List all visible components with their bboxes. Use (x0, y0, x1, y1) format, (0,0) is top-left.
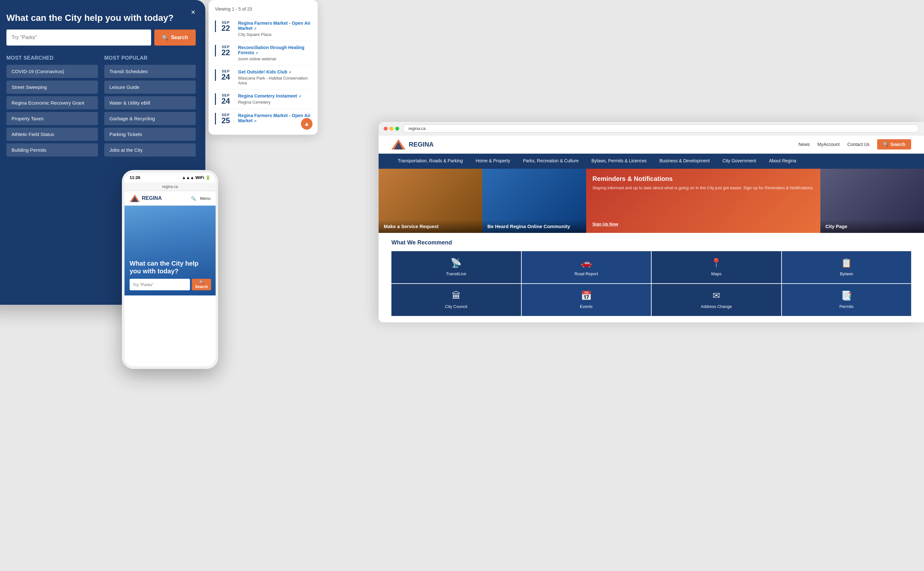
site-logo: REGINA (392, 139, 434, 150)
event-details: Get Outside! Kids Club ↗ Wascana Park - … (238, 69, 311, 85)
event-item: SEP 24 Get Outside! Kids Club ↗ Wascana … (215, 65, 311, 90)
most-searched-item[interactable]: Property Taxes (6, 112, 98, 125)
recommend-item[interactable]: 📡 TransitLive (392, 251, 521, 283)
most-popular-item[interactable]: Water & Utility eBill (104, 96, 196, 110)
phone-hero: What can the City help you with today? 🔍… (125, 205, 216, 295)
most-searched-item[interactable]: Building Permits (6, 144, 98, 157)
site-nav-item[interactable]: City Government (716, 154, 763, 169)
recommend-icon: 🏛 (452, 290, 461, 301)
site-nav-item[interactable]: Home & Property (469, 154, 517, 169)
site-nav: Transportation, Roads & ParkingHome & Pr… (379, 154, 924, 169)
event-details: Regina Farmers Market - Open Air Market … (238, 113, 311, 125)
phone-device: 11:26 ▲▲▲ WiFi 🔋 regina.ca REGINA 🔍 Menu… (122, 170, 218, 369)
site-logo-icon (392, 139, 406, 150)
recommend-label: Bylaws (840, 272, 853, 276)
event-location: Wascana Park - Habitat Conservation Area (238, 76, 311, 85)
event-day: 24 (219, 73, 233, 81)
phone-time: 11:26 (130, 175, 140, 180)
hero-carousel: Make a Service Request Be Heard Regina O… (379, 169, 924, 233)
browser-minimize-dot[interactable] (389, 127, 393, 131)
site-nav-item[interactable]: Transportation, Roads & Parking (392, 154, 469, 169)
hero-slide-city-page[interactable]: City Page (821, 169, 924, 233)
events-list: SEP 22 Regina Farmers Market - Open Air … (215, 17, 311, 128)
recommend-item[interactable]: 📅 Events (522, 284, 651, 316)
site-nav-item[interactable]: About Regina (763, 154, 803, 169)
phone-logo-icon (130, 194, 140, 202)
hero-slide-service-request[interactable]: Make a Service Request (379, 169, 482, 233)
header-news-link[interactable]: News (799, 142, 810, 147)
event-title[interactable]: Regina Farmers Market - Open Air Market … (238, 113, 311, 123)
most-searched-item[interactable]: Regina Economic Recovery Grant (6, 96, 98, 110)
event-location: Regina Cemetery (238, 100, 301, 105)
recommend-label: TransitLive (446, 272, 466, 276)
most-popular-item[interactable]: Parking Tickets (104, 128, 196, 141)
event-day: 24 (219, 97, 233, 105)
recommend-item[interactable]: 📍 Maps (652, 251, 781, 283)
most-popular-item[interactable]: Jobs at the City (104, 144, 196, 157)
site-search-button[interactable]: 🔍 Search (877, 139, 911, 150)
phone-search-icon[interactable]: 🔍 (191, 196, 196, 201)
event-title[interactable]: Regina Farmers Market - Open Air Market … (238, 20, 311, 31)
hero-slide-be-heard[interactable]: Be Heard Regina Online Community (482, 169, 586, 233)
phone-status-bar: 11:26 ▲▲▲ WiFi 🔋 (125, 173, 216, 182)
phone-hero-overlay: What can the City help you with today? 🔍… (125, 205, 216, 295)
recommend-item[interactable]: 📋 Bylaws (782, 251, 912, 283)
event-details: Reconciliation through Healing Forests ↗… (238, 45, 311, 61)
event-title[interactable]: Get Outside! Kids Club ↗ (238, 69, 311, 74)
events-scroll-up-button[interactable]: ▲ (301, 118, 313, 130)
hero-slide-3-label: City Page (821, 220, 924, 233)
phone-search-button[interactable]: 🔍 Search (192, 279, 211, 290)
most-searched-item[interactable]: Athletic Field Status (6, 128, 98, 141)
reminders-signup-link[interactable]: Sign Up Now (592, 222, 814, 227)
recommend-item[interactable]: ✉ Address Change (652, 284, 781, 316)
header-contact-link[interactable]: Contact Us (847, 142, 870, 147)
recommend-item[interactable]: 🚗 Road Report (522, 251, 651, 283)
phone-signals: ▲▲▲ WiFi 🔋 (182, 175, 210, 180)
phone-logo: REGINA (130, 194, 162, 202)
event-item: SEP 24 Regina Cemetery Instameet ↗ Regin… (215, 90, 311, 109)
event-title[interactable]: Regina Cemetery Instameet ↗ (238, 93, 301, 99)
recommend-icon: 📋 (841, 258, 852, 268)
phone-url-bar: regina.ca (125, 182, 216, 191)
recommend-label: Road Report (574, 272, 598, 276)
phone-menu-button[interactable]: Menu (200, 196, 210, 201)
event-title[interactable]: Reconciliation through Healing Forests ↗ (238, 45, 311, 55)
hero-slide-1-label: Make a Service Request (379, 220, 482, 233)
tablet-search-row: 🔍 Search (6, 29, 196, 46)
phone-hero-image: What can the City help you with today? 🔍… (125, 205, 216, 295)
browser-maximize-dot[interactable] (395, 127, 399, 131)
browser-close-dot[interactable] (384, 127, 387, 131)
search-icon: 🔍 (199, 280, 204, 284)
reminders-title: Reminders & Notifications (592, 175, 814, 182)
recommend-item[interactable]: 📑 Permits (782, 284, 912, 316)
phone-nav: REGINA 🔍 Menu (125, 191, 216, 205)
event-date: SEP 24 (215, 69, 233, 81)
most-popular-item[interactable]: Transit Schedules (104, 65, 196, 78)
browser-chrome: regina.ca (379, 122, 924, 135)
search-icon: 🔍 (883, 142, 889, 147)
event-date: SEP 25 (215, 113, 233, 125)
events-panel: Viewing 1 - 5 of 23 SEP 22 Regina Farmer… (208, 0, 318, 135)
header-myaccount-link[interactable]: MyAccount (818, 142, 840, 147)
phone-search-input[interactable] (130, 279, 190, 290)
site-nav-item[interactable]: Parks, Recreation & Culture (517, 154, 585, 169)
tablet-title: What can the City help you with today? (6, 13, 196, 23)
tablet-search-input[interactable] (6, 29, 151, 46)
event-day: 22 (219, 25, 233, 32)
most-popular-item[interactable]: Garbage & Recycling (104, 112, 196, 125)
most-popular-item[interactable]: Leisure Guide (104, 80, 196, 94)
phone-nav-right: 🔍 Menu (191, 196, 210, 201)
events-viewing-count: Viewing 1 - 5 of 23 (215, 6, 311, 12)
tablet-search-button[interactable]: 🔍 Search (154, 29, 196, 46)
most-searched-item[interactable]: COVID-19 (Coronavirus) (6, 65, 98, 78)
event-date: SEP 24 (215, 93, 233, 105)
browser-url-bar[interactable]: regina.ca (403, 125, 919, 133)
site-nav-item[interactable]: Bylaws, Permits & Licences (585, 154, 653, 169)
recommend-item[interactable]: 🏛 City Council (392, 284, 521, 316)
event-item: SEP 22 Regina Farmers Market - Open Air … (215, 17, 311, 41)
site-nav-item[interactable]: Business & Development (653, 154, 716, 169)
hero-reminders-block: Reminders & Notifications Staying inform… (586, 169, 821, 233)
tablet-close-button[interactable]: × (187, 6, 199, 18)
phone-search-bar: 🔍 Search (130, 279, 210, 290)
most-searched-item[interactable]: Street Sweeping (6, 80, 98, 94)
